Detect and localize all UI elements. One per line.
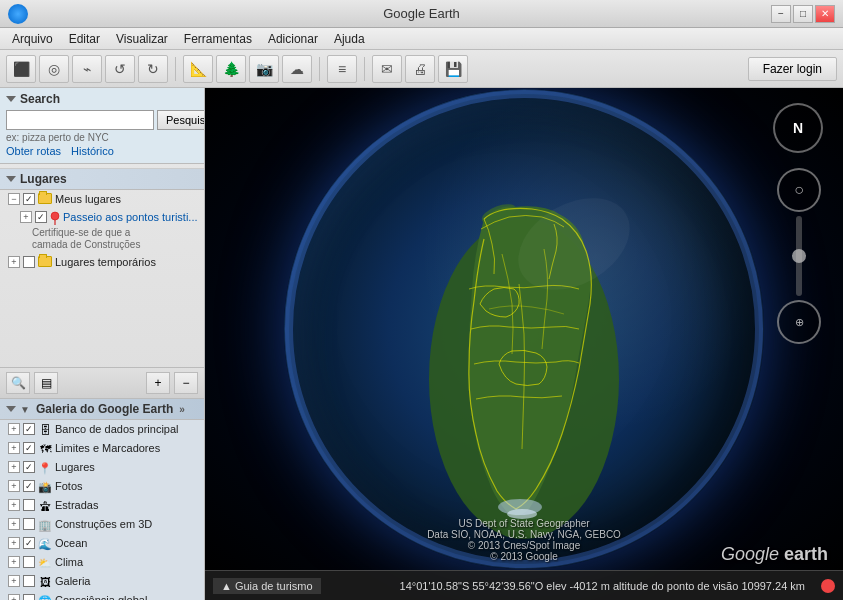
zoom-top-control[interactable]: ○ [777,168,821,212]
gallery-checkbox-9[interactable] [23,594,35,600]
gallery-item-5[interactable]: +🏢Construções em 3D [0,515,204,534]
menu-ferramentas[interactable]: Ferramentas [176,30,260,48]
tree-item-meus-lugares[interactable]: − Meus lugares [0,190,204,208]
gallery-item-6[interactable]: +🌊Ocean [0,534,204,553]
toolbar-tilt[interactable]: ⌁ [72,55,102,83]
gallery-checkbox-6[interactable] [23,537,35,549]
gallery-item-1[interactable]: +🗺Limites e Marcadores [0,439,204,458]
history-link[interactable]: Histórico [71,145,114,157]
get-routes-link[interactable]: Obter rotas [6,145,61,157]
window-controls: − □ ✕ [771,5,835,23]
gallery-expand-7[interactable]: + [8,556,20,568]
gallery-label-9: Consciência global [55,593,147,600]
gallery-expand-5[interactable]: + [8,518,20,530]
toolbar-map-view[interactable]: ⬛ [6,55,36,83]
gallery-checkbox-5[interactable] [23,518,35,530]
maximize-button[interactable]: □ [793,5,813,23]
gallery-expand-6[interactable]: + [8,537,20,549]
gallery-expand-9[interactable]: + [8,594,20,600]
gallery-icon-5: 🏢 [38,518,52,532]
gallery-expand-1[interactable]: + [8,442,20,454]
toolbar-separator-3 [364,57,365,81]
search-button[interactable]: Pesquisar [157,110,205,130]
gallery-checkbox-0[interactable] [23,423,35,435]
gallery-item-2[interactable]: +📍Lugares [0,458,204,477]
search-links: Obter rotas Histórico [6,145,198,157]
toolbar-layers[interactable]: ≡ [327,55,357,83]
gallery-title: Galeria do Google Earth [36,402,173,416]
toolbar-separator-2 [319,57,320,81]
passeio-subtext: Certifique-se de que acamada de Construç… [32,227,204,253]
tree-item-lugares-temp[interactable]: + Lugares temporários [0,253,204,271]
label-meus-lugares: Meus lugares [55,192,121,206]
toolbar-cloud[interactable]: ☁ [282,55,312,83]
map-area[interactable]: N ○ ⊕ US Dept of State Geographer Data S… [205,88,843,600]
places-add-btn[interactable]: + [146,372,170,394]
toolbar-rotate-left[interactable]: ↺ [105,55,135,83]
toolbar-separator-1 [175,57,176,81]
expand-passeio[interactable]: + [20,211,32,223]
main-layout: Search Pesquisar ex: pizza perto de NYC … [0,88,843,600]
earth-container [205,88,843,570]
places-header: Lugares [0,168,204,190]
attribution-line1: US Dept of State Geographer [427,518,621,529]
gallery-label-0: Banco de dados principal [55,422,179,436]
guide-button[interactable]: ▲ Guia de turismo [213,578,321,594]
gallery-expand-0[interactable]: + [8,423,20,435]
places-list-btn[interactable]: ▤ [34,372,58,394]
menu-editar[interactable]: Editar [61,30,108,48]
menu-visualizar[interactable]: Visualizar [108,30,176,48]
toolbar-save[interactable]: 💾 [438,55,468,83]
places-remove-btn[interactable]: − [174,372,198,394]
toolbar-photo[interactable]: 📷 [249,55,279,83]
minimize-button[interactable]: − [771,5,791,23]
toolbar-rotate-right[interactable]: ↻ [138,55,168,83]
attribution-line4: © 2013 Google [427,551,621,562]
gallery-checkbox-2[interactable] [23,461,35,473]
checkbox-lugares-temp[interactable] [23,256,35,268]
gallery-checkbox-7[interactable] [23,556,35,568]
gallery-item-0[interactable]: +🗄Banco de dados principal [0,420,204,439]
zoom-handle[interactable] [792,249,806,263]
gallery-expand-2[interactable]: + [8,461,20,473]
gallery-checkbox-8[interactable] [23,575,35,587]
gallery-expand-8[interactable]: + [8,575,20,587]
search-title: Search [20,92,60,106]
menu-adicionar[interactable]: Adicionar [260,30,326,48]
places-search-btn[interactable]: 🔍 [6,372,30,394]
gallery-checkbox-1[interactable] [23,442,35,454]
tree-item-passeio[interactable]: + Passeio aos pontos turisti... [0,208,204,227]
gallery-item-4[interactable]: +🛣Estradas [0,496,204,515]
menu-arquivo[interactable]: Arquivo [4,30,61,48]
checkbox-meus-lugares[interactable] [23,193,35,205]
close-button[interactable]: ✕ [815,5,835,23]
toolbar-ruler[interactable]: 📐 [183,55,213,83]
toolbar-mail[interactable]: ✉ [372,55,402,83]
zoom-bottom-control[interactable]: ⊕ [777,300,821,344]
label-lugares-temp: Lugares temporários [55,255,156,269]
menu-ajuda[interactable]: Ajuda [326,30,373,48]
gallery-item-8[interactable]: +🖼Galeria [0,572,204,591]
login-button[interactable]: Fazer login [748,57,837,81]
checkbox-passeio[interactable] [35,211,47,223]
toolbar-tree[interactable]: 🌲 [216,55,246,83]
gallery-checkbox-4[interactable] [23,499,35,511]
gallery-label-5: Construções em 3D [55,517,152,531]
gallery-expand-3[interactable]: + [8,480,20,492]
search-input[interactable] [6,110,154,130]
folder-icon-meus-lugares [38,193,52,204]
gallery-item-3[interactable]: +📸Fotos [0,477,204,496]
toolbar-satellite[interactable]: ◎ [39,55,69,83]
app-logo [8,4,28,24]
gallery-item-7[interactable]: +⛅Clima [0,553,204,572]
expand-lugares-temp[interactable]: + [8,256,20,268]
gallery-checkbox-3[interactable] [23,480,35,492]
expand-meus-lugares[interactable]: − [8,193,20,205]
places-section: Lugares − Meus lugares + Passeio aos pon… [0,164,204,367]
gallery-expand-4[interactable]: + [8,499,20,511]
gallery-item-9[interactable]: +🌐Consciência global [0,591,204,600]
status-dot [821,579,835,593]
gallery-label-1: Limites e Marcadores [55,441,160,455]
toolbar-print[interactable]: 🖨 [405,55,435,83]
earth-svg [284,89,764,569]
